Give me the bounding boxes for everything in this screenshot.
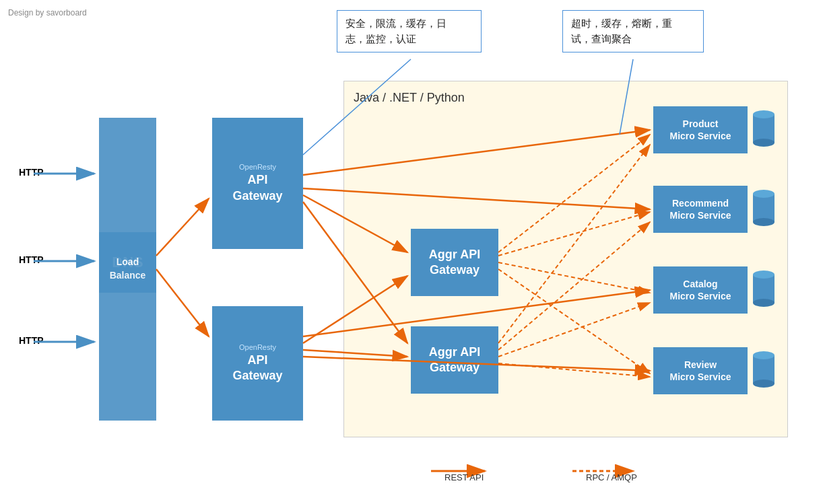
ms-catalog-label: Catalog Micro Service [669, 278, 731, 302]
ms-catalog-block: Catalog Micro Service [653, 266, 748, 314]
load-balance-label: Load Balance [110, 256, 146, 282]
api-gateway-top-block: OpenResty API Gateway [212, 118, 303, 249]
ms-recommend-block: Recommend Micro Service [653, 186, 748, 233]
ms-review-label: Review Micro Service [669, 359, 731, 383]
watermark: Design by savorboard [8, 8, 87, 17]
api-gw-top-sublabel: OpenResty [239, 163, 276, 171]
aggr-gateway-top-block: Aggr API Gateway [411, 229, 498, 296]
tooltip2-line1: 超时，缓存，熔断，重 [571, 17, 672, 29]
http-label-1: HTTP [19, 167, 44, 178]
aggr-gateway-bottom-block: Aggr API Gateway [411, 326, 498, 394]
api-gw-bottom-sublabel: OpenResty [239, 343, 276, 351]
tooltip2-line2: 试，查询聚合 [571, 33, 632, 44]
legend-rpc-amqp: RPC / AMQP [586, 472, 637, 482]
svg-line-7 [156, 269, 209, 336]
ms-review-block: Review Micro Service [653, 347, 748, 394]
aggr-top-label: Aggr API Gateway [429, 247, 480, 279]
ms-recommend-label: Recommend Micro Service [669, 197, 731, 221]
ms-product-block: Product Micro Service [653, 106, 748, 153]
yellow-label: Java / .NET / Python [354, 91, 465, 105]
tooltip1-line1: 安全，限流，缓存，日 [345, 17, 447, 29]
api-gw-bottom-label: API Gateway [232, 353, 282, 384]
http-label-3: HTTP [19, 335, 44, 346]
tooltip-box-2: 超时，缓存，熔断，重 试，查询聚合 [562, 10, 704, 52]
load-balance-block: Load Balance [99, 118, 156, 421]
tooltip1-line2: 志，监控，认证 [345, 33, 416, 44]
http-label-2: HTTP [19, 254, 44, 265]
tooltip-box-1: 安全，限流，缓存，日 志，监控，认证 [337, 10, 482, 52]
svg-line-6 [156, 199, 209, 256]
api-gateway-bottom-block: OpenResty API Gateway [212, 306, 303, 421]
ms-product-label: Product Micro Service [669, 118, 731, 142]
legend-rest-api: REST API [444, 472, 484, 482]
aggr-bottom-label: Aggr API Gateway [429, 345, 480, 376]
api-gw-top-label: API Gateway [232, 172, 282, 204]
